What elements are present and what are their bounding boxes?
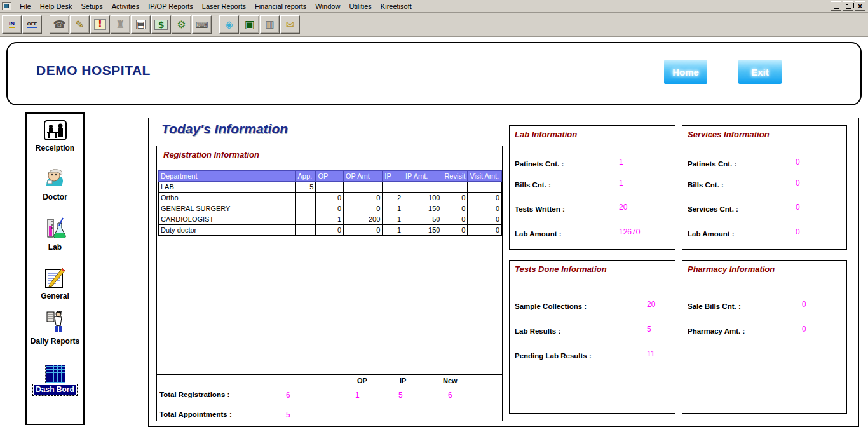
stat-label: Lab Results : bbox=[515, 327, 560, 335]
cell-ip-amt: 150 bbox=[403, 203, 442, 214]
sidebar-item-daily-reports[interactable]: Daily Reports bbox=[31, 311, 79, 346]
sidebar-item-receiption[interactable]: Receiption bbox=[36, 118, 74, 152]
toolbar-patients-button[interactable]: ♜ bbox=[111, 15, 130, 34]
telephone-icon: ☎ bbox=[53, 20, 66, 30]
printer-icon: ▥ bbox=[265, 20, 274, 29]
menu-laser-reports[interactable]: Laser Reports bbox=[198, 1, 250, 11]
sidebar-item-doctor[interactable]: Doctor bbox=[43, 166, 68, 201]
menu-financial-reports[interactable]: Financial reports bbox=[250, 1, 311, 11]
toolbar-mail-button[interactable]: ✉ bbox=[280, 15, 300, 34]
column-header: Department bbox=[159, 171, 296, 182]
toolbar-logout-button[interactable]: OFF bbox=[22, 15, 42, 34]
menu-help-desk[interactable]: Help Desk bbox=[36, 1, 77, 11]
table-row[interactable]: Duty doctor 0 0 1 150 0 0 bbox=[159, 225, 502, 236]
sidebar-item-label: Daily Reports bbox=[31, 337, 79, 346]
reception-icon bbox=[44, 118, 67, 142]
total-registrations-op: 1 bbox=[355, 391, 360, 400]
stat-value: 0 bbox=[796, 179, 800, 187]
toolbar-save-button[interactable]: ◈ bbox=[219, 15, 239, 34]
stat-label: Sample Collections : bbox=[515, 302, 587, 310]
stat-value: 20 bbox=[647, 300, 655, 309]
cell-department: Duty doctor bbox=[159, 225, 296, 236]
menu-file[interactable]: File bbox=[15, 1, 36, 11]
cell-revisit: 0 bbox=[442, 193, 468, 203]
stat-label: Bills Cnt. : bbox=[515, 181, 551, 189]
cell-revisit: 0 bbox=[442, 225, 468, 236]
total-registrations-value: 6 bbox=[286, 391, 290, 400]
cell-op-amt: 200 bbox=[344, 214, 383, 225]
toolbar-network-button[interactable]: ⚙ bbox=[172, 15, 191, 34]
network-icon: ⚙ bbox=[177, 20, 186, 30]
total-appointments-value: 5 bbox=[286, 410, 290, 419]
cell-app bbox=[295, 193, 316, 203]
toolbar-fax-button[interactable]: ⌨ bbox=[192, 15, 212, 34]
menu-ip-op-reports[interactable]: IP/OP Reports bbox=[144, 1, 198, 11]
toolbar-telephone-button[interactable]: ☎ bbox=[50, 15, 69, 34]
table-row[interactable]: CARDIOLOGIST 1 200 1 50 0 0 bbox=[159, 214, 502, 225]
menu-bar: File Help Desk Setups Activities IP/OP R… bbox=[0, 0, 868, 13]
total-appointments-label: Total Appointments : bbox=[159, 410, 232, 418]
registration-table[interactable]: Department App. OP OP Amt IP IP Amt. Rev… bbox=[158, 170, 502, 236]
tests-done-information-panel: Tests Done Information Sample Collection… bbox=[509, 260, 675, 414]
minimize-icon bbox=[834, 8, 839, 9]
app-window-icon bbox=[2, 2, 11, 10]
mail-icon: ✉ bbox=[286, 20, 294, 30]
totals-op-header: OP bbox=[357, 377, 367, 384]
exit-button[interactable]: Exit bbox=[738, 60, 782, 84]
close-button[interactable]: × bbox=[855, 1, 865, 11]
sidebar-item-dash-bord[interactable]: Dash Bord bbox=[34, 358, 76, 395]
toolbar-monitor-button[interactable]: ▣ bbox=[240, 15, 259, 34]
alert-icon: ! bbox=[94, 19, 106, 30]
cell-ip: 1 bbox=[383, 225, 403, 236]
daily-reports-icon bbox=[43, 311, 66, 335]
toolbar-reports-button[interactable]: ▥ bbox=[260, 15, 280, 34]
cell-op: 0 bbox=[316, 225, 344, 236]
stat-value: 0 bbox=[796, 158, 800, 166]
restore-button[interactable] bbox=[843, 1, 853, 11]
home-button[interactable]: Home bbox=[664, 60, 707, 84]
doctor-icon bbox=[43, 166, 68, 191]
floppy-disk-icon: ◈ bbox=[225, 19, 233, 30]
table-row[interactable]: Ortho 0 0 2 100 0 0 bbox=[159, 193, 502, 203]
page-title: Today's Information bbox=[161, 121, 288, 137]
panel-title: Services Information bbox=[688, 130, 770, 139]
table-row[interactable]: GENERAL SURGERY 0 0 1 150 0 0 bbox=[159, 203, 502, 214]
toolbar-login-button[interactable]: IN bbox=[2, 15, 22, 34]
toolbar-case-sheet-button[interactable]: ▤ bbox=[131, 15, 151, 34]
menu-kireetisoft[interactable]: Kireetisoft bbox=[376, 1, 416, 11]
toolbar: IN OFF ☎ ✎ ! ♜ ▤ $ ⚙ ⌨ ◈ ▣ ▥ ✉ bbox=[0, 13, 868, 37]
patients-group-icon: ♜ bbox=[116, 20, 125, 30]
toolbar-reminders-button[interactable]: ! bbox=[90, 15, 110, 34]
stat-value: 1 bbox=[619, 179, 623, 187]
cell-ip: 1 bbox=[383, 203, 403, 214]
cell-department: GENERAL SURGERY bbox=[159, 203, 296, 214]
panel-title: Pharmacy Information bbox=[688, 264, 775, 274]
menu-setups[interactable]: Setups bbox=[76, 1, 107, 11]
menu-utilities[interactable]: Utilities bbox=[344, 1, 376, 11]
sidebar-item-general[interactable]: General bbox=[41, 266, 69, 301]
sidebar-item-label: Dash Bord bbox=[34, 385, 76, 395]
minimize-button[interactable] bbox=[831, 1, 841, 11]
cell-app bbox=[295, 214, 316, 225]
window-controls: × bbox=[831, 1, 868, 11]
stat-value: 0 bbox=[796, 227, 800, 236]
sidebar-item-lab[interactable]: Lab bbox=[44, 217, 67, 252]
lab-icon bbox=[44, 217, 67, 241]
stat-label: Lab Amount : bbox=[688, 230, 735, 238]
table-row[interactable]: LAB 5 bbox=[159, 182, 502, 193]
menu-window[interactable]: Window bbox=[311, 1, 344, 11]
toolbar-billing-button[interactable]: $ bbox=[151, 15, 171, 34]
sidebar-item-label: General bbox=[41, 292, 69, 301]
total-registrations-ip: 5 bbox=[398, 391, 403, 400]
toolbar-appointments-button[interactable]: ✎ bbox=[70, 15, 90, 34]
stat-value: 12670 bbox=[619, 227, 640, 236]
stat-value: 0 bbox=[802, 300, 806, 309]
column-header: App. bbox=[295, 171, 316, 182]
column-header: Visit Amt. bbox=[468, 171, 502, 182]
stat-label: Services Cnt. : bbox=[688, 205, 738, 213]
stat-value: 11 bbox=[647, 349, 654, 358]
cell-op-amt: 0 bbox=[344, 193, 383, 203]
menu-activities[interactable]: Activities bbox=[107, 1, 144, 11]
stat-label: Sale Bills Cnt. : bbox=[688, 302, 741, 310]
cell-ip-amt: 150 bbox=[403, 225, 442, 236]
